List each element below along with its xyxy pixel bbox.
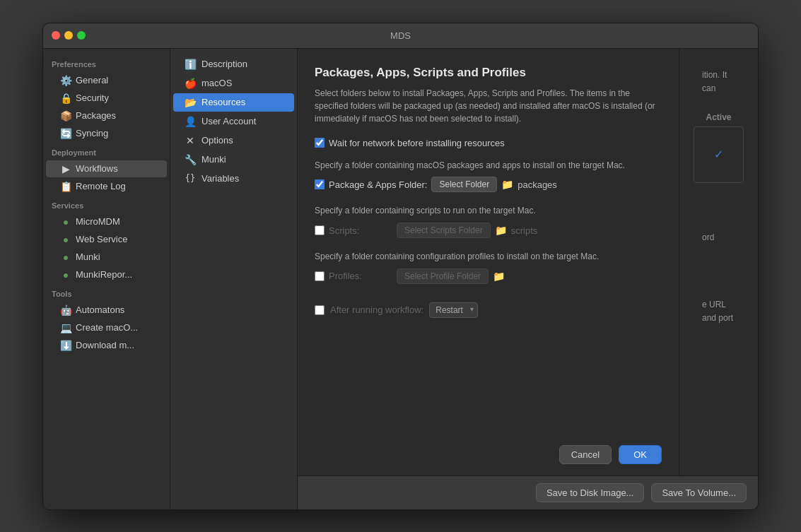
sidebar-item-munki-label: Munki [76, 252, 100, 262]
partial-text-1: ition. It can [694, 63, 744, 101]
profiles-folder-icon: 📁 [493, 271, 505, 282]
packages-folder-row: Package & Apps Folder: Select Folder 📁 p… [315, 177, 662, 192]
save-disk-image-button[interactable]: Save to Disk Image... [536, 483, 645, 502]
security-icon: 🔒 [60, 93, 71, 104]
sidebar-item-web-service-label: Web Service [76, 234, 127, 244]
sidebar-item-security[interactable]: 🔒 Security [46, 90, 167, 107]
profiles-section: Specify a folder containing configuratio… [315, 251, 662, 284]
general-icon: ⚙️ [60, 75, 71, 86]
deployment-section-label: Deployment [43, 143, 170, 160]
sidebar-item-workflows-label: Workflows [76, 163, 118, 174]
sidebar-item-munki-report[interactable]: ● MunkiRepor... [46, 266, 167, 283]
sidebar: Preferences ⚙️ General 🔒 Security 📦 Pack… [43, 49, 170, 509]
scripts-checkbox[interactable] [315, 225, 325, 235]
automatons-icon: 🤖 [60, 305, 71, 316]
wait-network-checkbox[interactable] [315, 138, 325, 148]
sidebar-item-remote-log[interactable]: 📋 Remote Log [46, 178, 167, 195]
sub-sidebar-item-munki-label: Munki [201, 154, 226, 165]
sidebar-item-download-label: Download m... [76, 340, 134, 350]
maximize-button[interactable] [77, 31, 86, 40]
close-button[interactable] [52, 31, 60, 40]
sub-sidebar-item-user-account-label: User Account [201, 116, 256, 126]
download-icon: ⬇️ [60, 340, 71, 351]
sidebar-item-syncing-label: Syncing [76, 128, 108, 138]
minimize-button[interactable] [64, 31, 73, 40]
after-running-row: After running workflow: Restart ▾ [315, 302, 662, 318]
preferences-section-label: Preferences [43, 54, 170, 71]
munki-report-icon: ● [60, 269, 71, 280]
remote-log-icon: 📋 [60, 181, 71, 192]
packages-checkbox[interactable] [315, 179, 325, 189]
main-content: Preferences ⚙️ General 🔒 Security 📦 Pack… [43, 49, 758, 509]
packages-folder-icon: 📁 [501, 179, 513, 190]
sidebar-item-micromdm-label: MicroMDM [76, 216, 120, 227]
scripts-desc: Specify a folder containing scripts to r… [315, 205, 662, 217]
sub-sidebar-item-resources-label: Resources [201, 97, 245, 107]
sub-sidebar: ℹ️ Description 🍎 macOS 📂 Resources 👤 Use… [170, 49, 298, 509]
select-profile-folder-button[interactable]: Select Profile Folder [397, 268, 489, 284]
profiles-desc: Specify a folder containing configuratio… [315, 251, 662, 263]
after-running-checkbox[interactable] [315, 305, 325, 315]
sub-sidebar-item-description[interactable]: ℹ️ Description [173, 55, 294, 73]
web-service-icon: ● [60, 234, 71, 245]
partial-text-2: ord [694, 225, 744, 250]
packages-desc: Specify a folder containing macOS packag… [315, 160, 662, 172]
sidebar-item-automatons[interactable]: 🤖 Automatons [46, 302, 167, 319]
sub-sidebar-item-resources[interactable]: 📂 Resources [173, 93, 294, 112]
save-volume-button[interactable]: Save To Volume... [651, 483, 747, 502]
packages-icon: 📦 [60, 110, 71, 122]
tools-section-label: Tools [43, 284, 170, 301]
sidebar-item-create-macos[interactable]: 💻 Create macO... [46, 319, 167, 336]
sidebar-item-packages-label: Packages [76, 110, 116, 121]
sidebar-item-packages[interactable]: 📦 Packages [46, 107, 167, 124]
main-window: MDS Preferences ⚙️ General 🔒 Security 📦 … [42, 23, 759, 510]
active-checkmark: ✓ [714, 148, 723, 161]
traffic-lights [52, 31, 86, 40]
window-title: MDS [390, 30, 411, 41]
syncing-icon: 🔄 [60, 128, 71, 139]
form-actions: Cancel OK [315, 431, 662, 464]
scripts-folder-label: Scripts: [329, 225, 392, 236]
info-panel: ition. It can Active ✓ ord e URL and por… [679, 49, 758, 475]
right-panel: Packages, Apps, Scripts and Profiles Sel… [298, 49, 758, 509]
titlebar: MDS [43, 23, 758, 49]
user-account-icon: 👤 [185, 116, 196, 127]
sub-sidebar-item-user-account[interactable]: 👤 User Account [173, 112, 294, 131]
select-scripts-folder-button[interactable]: Select Scripts Folder [397, 223, 491, 238]
active-header: Active [694, 112, 744, 122]
wait-network-row: Wait for network before installing resou… [315, 138, 662, 148]
sidebar-item-web-service[interactable]: ● Web Service [46, 231, 167, 248]
packages-folder-name: packages [518, 179, 557, 190]
ok-button[interactable]: OK [619, 445, 662, 464]
sub-sidebar-item-variables[interactable]: {} Variables [173, 170, 294, 187]
options-icon: ✕ [185, 135, 196, 146]
cancel-button[interactable]: Cancel [559, 445, 612, 464]
sidebar-item-workflows[interactable]: ▶ Workflows [46, 160, 167, 177]
sidebar-item-remote-log-label: Remote Log [76, 181, 126, 191]
description-icon: ℹ️ [185, 59, 196, 70]
sidebar-item-micromdm[interactable]: ● MicroMDM [46, 213, 167, 230]
sidebar-item-syncing[interactable]: 🔄 Syncing [46, 125, 167, 142]
sub-sidebar-item-macos-label: macOS [201, 78, 232, 88]
sub-sidebar-item-macos[interactable]: 🍎 macOS [173, 74, 294, 93]
sub-sidebar-item-description-label: Description [201, 59, 247, 69]
scripts-folder-name: scripts [511, 225, 538, 236]
services-section-label: Services [43, 196, 170, 213]
munki-sub-icon: 🔧 [185, 154, 196, 165]
profiles-checkbox[interactable] [315, 271, 325, 281]
restart-dropdown[interactable]: Restart [429, 302, 478, 318]
sidebar-item-create-macos-label: Create macO... [76, 322, 138, 333]
micromdm-icon: ● [60, 216, 71, 227]
sidebar-item-munki[interactable]: ● Munki [46, 249, 167, 266]
sidebar-item-automatons-label: Automatons [76, 305, 124, 315]
scripts-folder-row: Scripts: Select Scripts Folder 📁 scripts [315, 223, 662, 238]
sub-sidebar-item-munki[interactable]: 🔧 Munki [173, 150, 294, 169]
sidebar-item-general[interactable]: ⚙️ General [46, 72, 167, 89]
sidebar-item-security-label: Security [76, 93, 109, 103]
sidebar-item-download[interactable]: ⬇️ Download m... [46, 337, 167, 354]
sub-sidebar-item-options[interactable]: ✕ Options [173, 131, 294, 150]
active-checkbox-area: ✓ [694, 126, 744, 183]
bottom-bar: Save to Disk Image... Save To Volume... [298, 475, 758, 509]
select-folder-button[interactable]: Select Folder [431, 177, 497, 192]
profiles-folder-label: Profiles: [329, 271, 392, 281]
